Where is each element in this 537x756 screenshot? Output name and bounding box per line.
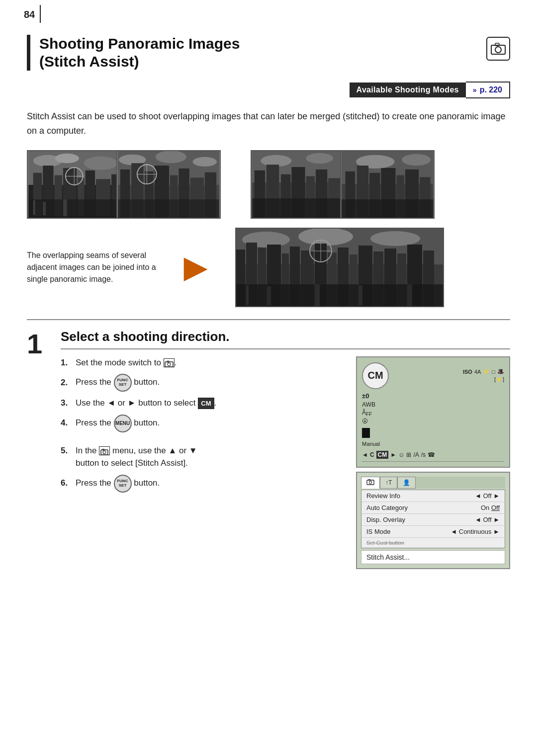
svg-point-103: [369, 481, 372, 484]
camera-mode-small-icon: [164, 358, 175, 367]
svg-rect-92: [267, 286, 271, 305]
review-info-label: Review Info: [366, 492, 400, 500]
svg-rect-91: [246, 285, 249, 305]
svg-point-56: [402, 154, 431, 165]
page-number: 84: [24, 9, 35, 20]
stitch-assist-item: Stitch Assist...: [361, 550, 505, 564]
black-bar: [362, 428, 370, 438]
svg-rect-95: [407, 284, 412, 306]
mode-icon-grid: ⊞: [406, 451, 411, 458]
menu-button-icon: MENU: [114, 415, 132, 432]
step-1-section: 1 Select a shooting direction. 1. Set th…: [27, 319, 510, 574]
manual-label: Manual: [362, 441, 504, 447]
pano-image-2: [116, 150, 221, 219]
modes-bar: Available Shooting Modes » p. 220: [27, 82, 510, 98]
svg-point-97: [168, 363, 171, 366]
menu-auto-category: Auto Category On Off: [361, 502, 505, 514]
set-cust-label: Set Cust button: [366, 540, 404, 546]
disp-overlay-value: ◄ Off ►: [475, 516, 500, 523]
intro-text: Stitch Assist can be used to shoot overl…: [27, 109, 510, 138]
instruction-4: 4. Press the MENU button.: [61, 415, 344, 432]
page-title: Shooting Panoramic Images (Stitch Assist…: [39, 35, 240, 71]
func-set-button-icon-2: FUNCSET: [114, 475, 132, 493]
menu-is-mode: IS Mode ◄ Continuous ►: [361, 526, 505, 538]
camera-screen-bottom: ↑T 👤 Review Info ◄ Off ► Auto Category: [356, 472, 510, 569]
step-title: Select a shooting direction.: [61, 329, 510, 349]
panoramic-wide-image: [235, 228, 444, 307]
cm-big-circle: CM: [362, 362, 389, 389]
mode-icon-smiley: ☺: [398, 451, 404, 458]
svg-rect-23: [63, 199, 67, 216]
single-shot-icon: □: [492, 369, 495, 375]
spot-label: ⦿: [362, 418, 504, 425]
instruction-5: 5. In the menu, use the ▲ or ▼ button to…: [61, 444, 344, 470]
menu-items-list: Review Info ◄ Off ► Auto Category On Off…: [361, 490, 505, 548]
shooting-mode-icon: [99, 446, 110, 455]
ev-label: ±0: [362, 392, 504, 400]
svg-rect-94: [358, 285, 362, 305]
pano-image-1: [27, 150, 131, 219]
svg-rect-52: [252, 198, 344, 218]
step-content: Select a shooting direction. 1. Set the …: [61, 329, 510, 574]
auto-category-label: Auto Category: [366, 504, 408, 511]
flash-icon: ⚡: [483, 368, 490, 375]
pano-image-3: [251, 150, 345, 219]
auto-category-value: On Off: [481, 504, 500, 511]
menu-review-info: Review Info ◄ Off ►: [361, 490, 505, 502]
step-right: CM ISO 4A ⚡ □ 🎩 [⚡]: [356, 356, 510, 574]
svg-rect-64: [342, 199, 433, 218]
camera-mode-icon: [486, 37, 510, 61]
screen-tabs: ↑T 👤: [361, 477, 505, 489]
svg-point-28: [193, 157, 217, 166]
awb-label: AWB: [362, 401, 504, 408]
svg-point-1: [495, 47, 501, 53]
is-mode-value: ◄ Continuous ►: [450, 528, 500, 535]
camera-screen-top: CM ISO 4A ⚡ □ 🎩 [⚡]: [356, 356, 510, 468]
svg-point-8: [84, 156, 118, 169]
svg-point-100: [103, 451, 106, 454]
step-instructions: 1. Set the mode switch to . 2. Press the: [61, 356, 510, 574]
instruction-3: 3. Use the ◄ or ► button to select CM.: [61, 397, 344, 410]
modes-page-ref: » p. 220: [466, 82, 510, 98]
mode-icon-right: ►: [390, 451, 396, 458]
battery-area: [⚡]: [494, 376, 504, 383]
mode-icon-c: C: [370, 451, 374, 458]
svg-rect-21: [33, 200, 35, 215]
iso-label: ISO: [463, 369, 472, 375]
svg-point-7: [55, 153, 79, 163]
review-info-value: ◄ Off ►: [475, 492, 500, 500]
tab-it: ↑T: [380, 477, 397, 489]
page-number-line: [40, 5, 41, 23]
svg-point-27: [156, 151, 186, 163]
svg-rect-102: [367, 480, 374, 485]
panoramic-images-row: [27, 150, 510, 219]
modes-label: Available Shooting Modes: [350, 83, 466, 97]
af-label: ÂFF: [362, 409, 504, 417]
mode-icon-left: ◄: [362, 451, 368, 458]
instruction-1: 1. Set the mode switch to .: [61, 356, 344, 369]
tab-camera: [361, 477, 380, 489]
arrow-section: The overlapping seams of several adjacen…: [27, 228, 510, 307]
mode-icon-phone: ☎: [428, 451, 435, 458]
instruction-2: 2. Press the FUNCSET button.: [61, 374, 344, 392]
tab-person: 👤: [397, 477, 416, 489]
svg-rect-22: [43, 202, 46, 215]
svg-point-44: [306, 153, 333, 163]
menu-disp-overlay: Disp. Overlay ◄ Off ►: [361, 514, 505, 526]
mode-icon-cm-box: CM: [376, 451, 389, 459]
mode-icons-bar: ◄ C CM ► ☺ ⊞ /A /s ☎: [362, 448, 504, 462]
stitch-assist-label: Stitch Assist...: [366, 553, 410, 561]
cm-mode-icon: CM: [198, 398, 214, 410]
instruction-6: 6. Press the FUNCSET button.: [61, 475, 344, 493]
disp-overlay-label: Disp. Overlay: [366, 516, 405, 523]
func-set-button-icon: FUNCSET: [114, 374, 132, 392]
svg-rect-40: [118, 199, 219, 218]
step-left: 1. Set the mode switch to . 2. Press the: [61, 356, 344, 574]
iso-value: 4A: [474, 369, 481, 375]
svg-rect-93: [315, 284, 320, 306]
svg-point-69: [370, 231, 420, 246]
menu-set-cust-button: Set Cust button: [361, 538, 505, 548]
svg-rect-2: [495, 43, 499, 46]
hat-icon: 🎩: [497, 368, 504, 375]
title-section: Shooting Panoramic Images (Stitch Assist…: [27, 35, 510, 71]
